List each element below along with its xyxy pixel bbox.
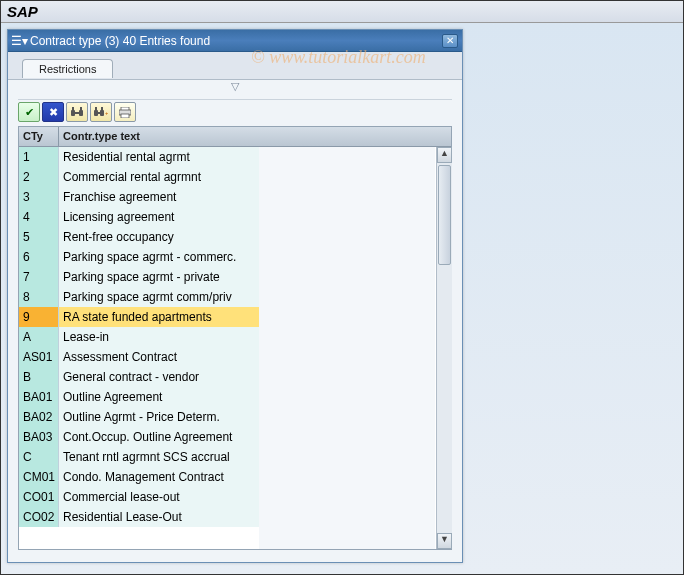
cell-text: Parking space agrmt - private <box>59 267 259 287</box>
svg-rect-3 <box>72 107 74 111</box>
cell-cty: 7 <box>19 267 59 287</box>
dialog-toolbar: ✔ ✖ + <box>8 100 462 124</box>
cell-cty: 2 <box>19 167 59 187</box>
cell-cty: 4 <box>19 207 59 227</box>
cell-text: Lease-in <box>59 327 259 347</box>
table-row[interactable]: 6Parking space agrmt - commerc. <box>19 247 435 267</box>
app-titlebar: SAP <box>1 1 683 23</box>
find-next-button[interactable]: + <box>90 102 112 122</box>
scroll-up-button[interactable]: ▲ <box>437 147 452 163</box>
col-header-cty[interactable]: CTy <box>19 127 59 146</box>
print-button[interactable] <box>114 102 136 122</box>
svg-rect-13 <box>121 114 129 118</box>
cell-cty: 8 <box>19 287 59 307</box>
cell-cty: 6 <box>19 247 59 267</box>
tab-strip: Restrictions <box>8 52 462 80</box>
restriction-collapse-indicator[interactable]: ▽ <box>8 80 462 94</box>
table-row[interactable]: BA02Outline Agrmt - Price Determ. <box>19 407 435 427</box>
find-button[interactable] <box>66 102 88 122</box>
cell-text: Parking space agrmt - commerc. <box>59 247 259 267</box>
cell-text: Rent-free occupancy <box>59 227 259 247</box>
cell-cty: C <box>19 447 59 467</box>
cell-text: Licensing agreement <box>59 207 259 227</box>
cell-text: Outline Agreement <box>59 387 259 407</box>
dialog-titlebar[interactable]: ☰▾ Contract type (3) 40 Entries found ✕ <box>8 30 462 52</box>
table-row[interactable]: 5Rent-free occupancy <box>19 227 435 247</box>
cell-text: Residential rental agrmt <box>59 147 259 167</box>
cell-text: Outline Agrmt - Price Determ. <box>59 407 259 427</box>
svg-rect-4 <box>80 107 82 111</box>
table-row[interactable]: 1Residential rental agrmt <box>19 147 435 167</box>
table-row[interactable]: 7Parking space agrmt - private <box>19 267 435 287</box>
cell-text: Commercial lease-out <box>59 487 259 507</box>
confirm-button[interactable]: ✔ <box>18 102 40 122</box>
cell-text: Assessment Contract <box>59 347 259 367</box>
binoculars-icon <box>71 107 83 117</box>
dialog-title: Contract type (3) 40 Entries found <box>30 34 442 48</box>
cell-text: Condo. Management Contract <box>59 467 259 487</box>
close-icon[interactable]: ✕ <box>442 34 458 48</box>
app-title: SAP <box>7 3 38 20</box>
table-row[interactable]: 4Licensing agreement <box>19 207 435 227</box>
results-table: CTy Contr.type text 1Residential rental … <box>18 126 452 550</box>
table-row[interactable]: 2Commercial rental agrmnt <box>19 167 435 187</box>
cell-text: General contract - vendor <box>59 367 259 387</box>
table-header-row: CTy Contr.type text <box>19 127 451 147</box>
cell-text: Tenant rntl agrmnt SCS accrual <box>59 447 259 467</box>
cell-cty: A <box>19 327 59 347</box>
table-row[interactable]: 8Parking space agrmt comm/priv <box>19 287 435 307</box>
svg-rect-9 <box>101 107 103 111</box>
table-row[interactable]: BA03Cont.Occup. Outline Agreement <box>19 427 435 447</box>
tab-restrictions[interactable]: Restrictions <box>22 59 113 78</box>
cell-text: Franchise agreement <box>59 187 259 207</box>
dialog-menu-icon[interactable]: ☰▾ <box>12 34 26 48</box>
col-header-text[interactable]: Contr.type text <box>59 127 451 146</box>
cell-cty: BA02 <box>19 407 59 427</box>
cancel-button[interactable]: ✖ <box>42 102 64 122</box>
cell-cty: CM01 <box>19 467 59 487</box>
search-help-dialog: ☰▾ Contract type (3) 40 Entries found ✕ … <box>7 29 463 563</box>
svg-rect-2 <box>75 112 79 114</box>
cell-cty: 3 <box>19 187 59 207</box>
svg-rect-7 <box>98 112 100 114</box>
cell-cty: 9 <box>19 307 59 327</box>
table-row[interactable]: CO02Residential Lease-Out <box>19 507 435 527</box>
table-row[interactable]: BA01Outline Agreement <box>19 387 435 407</box>
table-row[interactable]: CTenant rntl agrmnt SCS accrual <box>19 447 435 467</box>
cell-cty: B <box>19 367 59 387</box>
table-row[interactable]: 9RA state funded apartments <box>19 307 435 327</box>
table-row[interactable]: ALease-in <box>19 327 435 347</box>
scroll-down-button[interactable]: ▼ <box>437 533 452 549</box>
table-row[interactable]: AS01Assessment Contract <box>19 347 435 367</box>
print-icon <box>119 107 131 118</box>
cell-cty: 1 <box>19 147 59 167</box>
cell-text: Parking space agrmt comm/priv <box>59 287 259 307</box>
table-row[interactable]: BGeneral contract - vendor <box>19 367 435 387</box>
table-row[interactable]: 3Franchise agreement <box>19 187 435 207</box>
vertical-scrollbar[interactable]: ▲ ▼ <box>436 147 452 549</box>
svg-rect-8 <box>95 107 97 111</box>
svg-text:+: + <box>105 110 108 116</box>
cell-cty: 5 <box>19 227 59 247</box>
scroll-thumb[interactable] <box>438 165 451 265</box>
cell-text: Residential Lease-Out <box>59 507 259 527</box>
cell-text: Cont.Occup. Outline Agreement <box>59 427 259 447</box>
table-row[interactable]: CM01Condo. Management Contract <box>19 467 435 487</box>
cell-cty: CO01 <box>19 487 59 507</box>
binoculars-plus-icon: + <box>94 107 108 117</box>
table-row[interactable]: CO01Commercial lease-out <box>19 487 435 507</box>
table-body: 1Residential rental agrmt2Commercial ren… <box>19 147 435 549</box>
cell-cty: CO02 <box>19 507 59 527</box>
cell-cty: BA01 <box>19 387 59 407</box>
cell-cty: BA03 <box>19 427 59 447</box>
cell-cty: AS01 <box>19 347 59 367</box>
cell-text: Commercial rental agrmnt <box>59 167 259 187</box>
cell-text: RA state funded apartments <box>59 307 259 327</box>
